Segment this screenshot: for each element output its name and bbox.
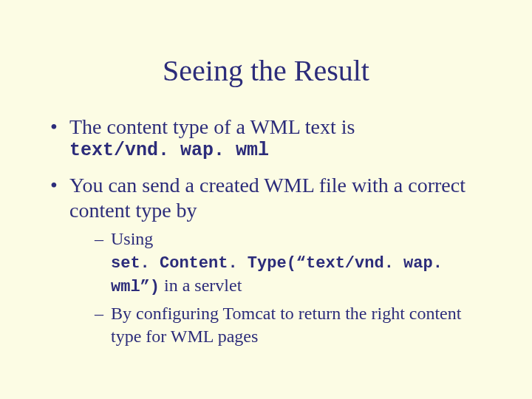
sub-2-text: By configuring Tomcat to return the righ… [111,304,461,346]
sub-1-tail: in a servlet [160,276,242,295]
bullet-item-2: You can send a created WML file with a c… [47,173,485,348]
sub-bullet-list: Using set. Content. Type(“text/vnd. wap.… [69,228,485,347]
slide: Seeing the Result The content type of a … [0,53,532,399]
bullet-1-text: The content type of a WML text is [69,115,355,138]
bullet-1-mime: text/vnd. wap. wml [69,140,485,163]
sub-1-lead: Using [111,229,153,248]
sub-item-1: Using set. Content. Type(“text/vnd. wap.… [95,228,485,298]
bullet-item-1: The content type of a WML text is text/v… [47,115,485,163]
bullet-list: The content type of a WML text is text/v… [0,115,532,347]
bullet-2-text: You can send a created WML file with a c… [69,174,466,222]
sub-item-2: By configuring Tomcat to return the righ… [95,302,485,347]
slide-title: Seeing the Result [0,53,532,88]
